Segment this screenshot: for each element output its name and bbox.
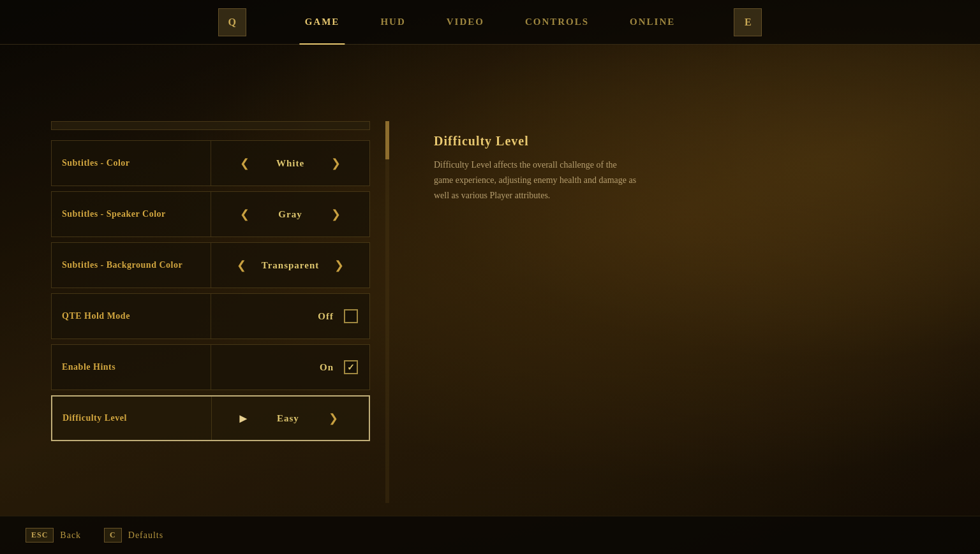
difficulty-value-area: ► Easy ❯ xyxy=(212,397,369,440)
nav-icon-right[interactable]: E xyxy=(734,8,762,36)
settings-list: Subtitles - Color ❮ White ❯ Subtitles - … xyxy=(51,121,370,441)
setting-enable-hints[interactable]: Enable Hints On xyxy=(51,344,370,390)
left-panel: Subtitles - Color ❮ White ❯ Subtitles - … xyxy=(0,45,396,554)
enable-hints-checkbox[interactable] xyxy=(344,360,358,374)
qte-hold-value-area: Off xyxy=(211,294,369,339)
subtitles-bg-value-area: ❮ Transparent ❯ xyxy=(211,243,369,288)
subtitles-color-value-area: ❮ White ❯ xyxy=(211,141,369,186)
subtitles-speaker-value: Gray xyxy=(265,209,316,220)
subtitles-speaker-value-area: ❮ Gray ❯ xyxy=(211,192,369,237)
setting-subtitles-bg-color[interactable]: Subtitles - Background Color ❮ Transpare… xyxy=(51,242,370,288)
back-key-badge: ESC xyxy=(26,528,54,543)
setting-subtitles-speaker-color[interactable]: Subtitles - Speaker Color ❮ Gray ❯ xyxy=(51,191,370,237)
enable-hints-value: On xyxy=(320,362,334,373)
info-description: Difficulty Level affects the overall cha… xyxy=(434,157,638,203)
scroll-thumb xyxy=(385,121,389,159)
nav-icon-left[interactable]: Q xyxy=(218,8,246,36)
scroll-track[interactable] xyxy=(385,121,389,503)
subtitles-speaker-next[interactable]: ❯ xyxy=(326,205,346,224)
main-content: Subtitles - Color ❮ White ❯ Subtitles - … xyxy=(0,45,980,554)
subtitles-color-value: White xyxy=(265,158,316,169)
subtitles-speaker-prev[interactable]: ❮ xyxy=(235,205,255,224)
subtitles-bg-prev[interactable]: ❮ xyxy=(232,256,251,275)
setting-qte-hold-mode[interactable]: QTE Hold Mode Off xyxy=(51,293,370,339)
subtitles-bg-next[interactable]: ❯ xyxy=(329,256,349,275)
qte-hold-checkbox[interactable] xyxy=(344,309,358,323)
setting-subtitles-color[interactable]: Subtitles - Color ❮ White ❯ xyxy=(51,140,370,186)
info-title: Difficulty Level xyxy=(434,134,929,149)
tab-online[interactable]: ONLINE xyxy=(609,0,695,45)
tab-hud[interactable]: HUD xyxy=(360,0,426,45)
defaults-key-badge: C xyxy=(104,528,122,543)
nav-tabs: GAME HUD VIDEO CONTROLS ONLINE xyxy=(285,0,696,45)
qte-hold-value: Off xyxy=(318,311,334,322)
top-partial-bar xyxy=(51,121,370,130)
nav-bar: Q GAME HUD VIDEO CONTROLS ONLINE E xyxy=(0,0,980,45)
defaults-label: Defaults xyxy=(128,530,163,541)
back-button[interactable]: ESC Back xyxy=(26,528,81,543)
right-panel: Difficulty Level Difficulty Level affect… xyxy=(396,45,980,554)
setting-difficulty-level[interactable]: Difficulty Level ► Easy ❯ xyxy=(51,395,370,441)
enable-hints-label: Enable Hints xyxy=(52,345,211,390)
subtitles-bg-value: Transparent xyxy=(262,260,319,271)
subtitles-color-prev[interactable]: ❮ xyxy=(235,154,255,173)
subtitles-color-next[interactable]: ❯ xyxy=(326,154,346,173)
tab-controls[interactable]: CONTROLS xyxy=(505,0,609,45)
tab-video[interactable]: VIDEO xyxy=(426,0,505,45)
nav-icons: Q GAME HUD VIDEO CONTROLS ONLINE E xyxy=(218,0,762,45)
difficulty-label: Difficulty Level xyxy=(52,397,212,440)
bottom-bar: ESC Back C Defaults xyxy=(0,516,980,554)
subtitles-speaker-label: Subtitles - Speaker Color xyxy=(52,192,211,237)
difficulty-value: Easy xyxy=(262,413,313,424)
subtitles-color-label: Subtitles - Color xyxy=(52,141,211,186)
difficulty-next[interactable]: ❯ xyxy=(323,409,343,428)
cursor-icon: ► xyxy=(237,411,250,426)
tab-game[interactable]: GAME xyxy=(285,0,360,45)
enable-hints-value-area: On xyxy=(211,345,369,390)
subtitles-bg-label: Subtitles - Background Color xyxy=(52,243,211,288)
defaults-button[interactable]: C Defaults xyxy=(104,528,163,543)
qte-hold-label: QTE Hold Mode xyxy=(52,294,211,339)
back-label: Back xyxy=(60,530,81,541)
